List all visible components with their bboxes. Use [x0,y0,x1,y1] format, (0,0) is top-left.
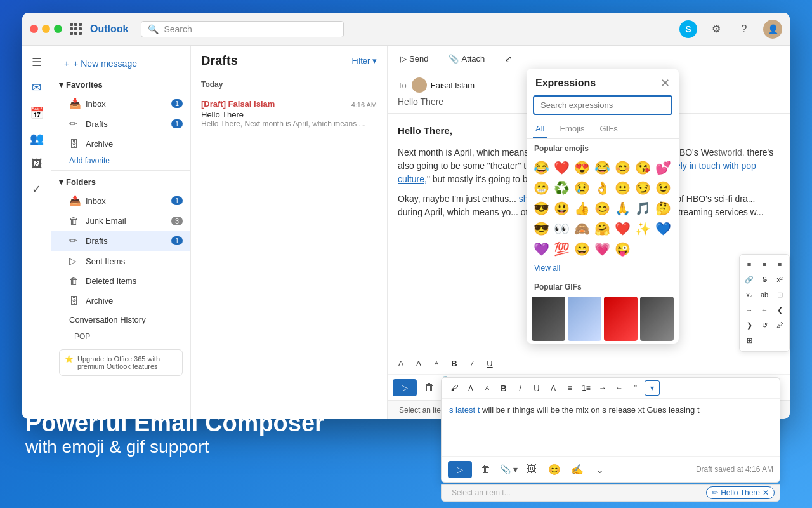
clear-fmt-btn[interactable]: ⊡ [773,288,787,302]
align-center-btn[interactable]: ≡ [757,257,771,271]
subscript-btn[interactable]: x₂ [742,288,756,302]
add-favorite-link[interactable]: Add favorite [51,154,190,168]
fmt-more-btn[interactable]: ▾ [645,380,660,396]
emoji-smile[interactable]: 😊 [613,158,632,177]
emoji-smiley[interactable]: 😃 [552,199,571,218]
user-avatar[interactable]: 👤 [763,20,782,39]
font-color-btn[interactable]: A [393,355,409,371]
fmt-color-btn2[interactable]: A [546,380,561,396]
sidebar-item-inbox-fav[interactable]: 📥 Inbox 1 [51,93,190,114]
gif-item-4[interactable] [640,297,674,341]
emoji-neutral[interactable]: 😐 [613,178,632,197]
sidebar-item-drafts-fav[interactable]: ✏ Drafts 1 [51,114,190,134]
emoji-blush[interactable]: 😊 [593,199,612,218]
compose-body[interactable]: s latest t will be r things will be the … [442,399,780,456]
compose-more-btn[interactable]: ⌄ [591,460,609,478]
expressions-close-button[interactable]: ✕ [660,76,670,90]
ltr-btn[interactable]: ❮ [773,303,787,317]
emoji-think[interactable]: 🤔 [653,199,672,218]
gif-item-2[interactable] [568,297,601,341]
send-button[interactable]: ▷ Send [395,51,433,66]
compose-send-btn[interactable]: ▷ [448,461,472,478]
hamburger-menu[interactable]: ☰ [25,51,48,74]
tasks-icon[interactable]: ✓ [25,178,48,201]
emoji-cool[interactable]: 😎 [532,219,551,238]
emoji-sparkling-heart[interactable]: 💗 [593,239,612,258]
attach-button[interactable]: 📎 Attach [443,51,490,66]
delete-button[interactable]: 🗑 [421,378,438,396]
fmt-numlist-btn[interactable]: 1≡ [579,380,594,396]
view-all-link[interactable]: View all [527,261,679,277]
emoji-winking-tongue[interactable]: 😜 [613,239,632,258]
filter-button[interactable]: Filter ▾ [351,56,377,65]
mail-icon[interactable]: ✉ [25,76,48,99]
minimize-button[interactable] [42,25,50,33]
emoji-sunglasses[interactable]: 😎 [532,199,551,218]
compose-image-btn[interactable]: 🖼 [523,460,540,478]
emoji-laughing[interactable]: 😂 [532,158,551,177]
underline-btn[interactable]: U [481,355,498,371]
sidebar-item-archive[interactable]: 🗄 Archive [51,291,190,311]
people-icon[interactable]: 👥 [25,127,48,150]
emoji-wink[interactable]: 😉 [653,178,672,197]
indent-btn[interactable]: → [742,303,756,317]
fmt-paint-btn[interactable]: 🖌 [447,380,462,396]
undo-btn[interactable]: ↺ [757,318,771,332]
expressions-search-input[interactable] [533,95,672,115]
tab-all[interactable]: All [533,120,547,138]
emoji-100[interactable]: 💯 [552,239,571,258]
plain-text-btn[interactable]: ab [757,288,771,302]
skype-icon[interactable]: S [679,20,697,38]
email-list-item[interactable]: [Draft] Faisal Islam 4:16 AM Hello There… [191,93,387,135]
close-button[interactable] [30,25,38,33]
superscript-btn[interactable]: x² [773,272,787,286]
folders-section[interactable]: ▾ Folders [51,173,190,190]
fmt-size2-btn[interactable]: A [480,380,495,396]
font-size2-btn[interactable]: A [428,355,445,371]
sidebar-item-drafts[interactable]: ✏ Drafts 1 [51,231,190,251]
compose-signature-btn[interactable]: ✍ [568,460,586,478]
fmt-indent2-btn[interactable]: → [595,380,610,396]
rtl-btn[interactable]: ❯ [742,318,756,332]
emoji-thumbsup[interactable]: 👍 [572,199,591,218]
link-btn[interactable]: 🔗 [742,272,756,286]
strikethrough-btn[interactable]: S̶ [757,272,771,286]
bottom-send-button[interactable]: ▷ [393,379,417,396]
emoji-cry[interactable]: 😢 [572,178,591,197]
highlight-btn[interactable]: 🖊 [773,318,787,332]
emoji-kiss[interactable]: 😘 [633,158,652,177]
font-size-btn[interactable]: A [410,355,427,371]
emoji-sparkle[interactable]: ✨ [633,219,652,238]
fmt-list-btn[interactable]: ≡ [562,380,577,396]
emoji-two-hearts[interactable]: 💕 [653,158,672,177]
bold-btn[interactable]: B [446,355,462,371]
fmt-outdent2-btn[interactable]: ← [612,380,627,396]
fmt-quote-btn[interactable]: " [628,380,643,396]
emoji-music[interactable]: 🎵 [633,199,652,218]
sidebar-item-deleted[interactable]: 🗑 Deleted Items [51,271,190,291]
sidebar-item-archive-fav[interactable]: 🗄 Archive [51,134,190,154]
fmt-bold-btn[interactable]: B [496,380,511,396]
settings-icon[interactable]: ⚙ [707,20,725,38]
sidebar-item-junk[interactable]: 🗑 Junk Email 3 [51,211,190,231]
sidebar-item-conversation[interactable]: Conversation History [51,311,190,329]
emoji-laugh[interactable]: 😄 [572,239,591,258]
new-message-button[interactable]: + + New message [56,53,185,74]
italic-btn[interactable]: / [464,355,480,371]
align-left-btn[interactable]: ≡ [742,257,756,271]
tab-emojis[interactable]: Emojis [557,120,587,138]
align-right-btn[interactable]: ≡ [773,257,787,271]
compose-attach-btn[interactable]: 📎 ▾ [500,464,518,474]
table-btn[interactable]: ⊞ [742,333,756,347]
emoji-redheart[interactable]: ❤️ [613,219,632,238]
fmt-italic-btn2[interactable]: / [513,380,528,396]
sidebar-item-pop[interactable]: POP [51,329,190,344]
maximize-button[interactable] [54,25,62,33]
sidebar-item-sent[interactable]: ▷ Sent Items [51,251,190,271]
emoji-purpleheart[interactable]: 💜 [532,239,551,258]
emoji-love-eyes[interactable]: 😍 [572,158,591,177]
emoji-grin[interactable]: 😁 [532,178,551,197]
outdent-btn[interactable]: ← [757,303,771,317]
search-bar[interactable]: 🔍 Search [141,21,344,37]
emoji-recycle[interactable]: ♻️ [552,178,571,197]
